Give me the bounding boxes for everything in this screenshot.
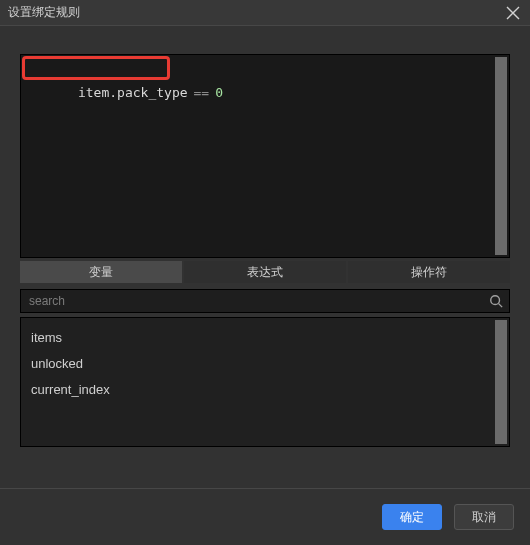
- expression-editor[interactable]: item.pack_type==0: [20, 54, 510, 258]
- svg-point-0: [491, 296, 500, 305]
- tab-expressions[interactable]: 表达式: [184, 261, 346, 283]
- dialog-footer: 确定 取消: [0, 488, 530, 545]
- ok-button[interactable]: 确定: [382, 504, 442, 530]
- tab-operators[interactable]: 操作符: [348, 261, 510, 283]
- close-button[interactable]: [504, 4, 522, 22]
- editor-scrollbar[interactable]: [495, 57, 507, 255]
- list-scrollbar[interactable]: [495, 320, 507, 444]
- expression-operator: ==: [194, 85, 210, 100]
- list-item[interactable]: unlocked: [31, 350, 499, 376]
- dialog-body: item.pack_type==0 变量 表达式 操作符 items unloc…: [0, 26, 530, 488]
- expression-value: 0: [215, 85, 223, 100]
- category-tabs: 变量 表达式 操作符: [20, 261, 510, 283]
- expression-property: item.pack_type: [78, 85, 188, 100]
- tab-variables[interactable]: 变量: [20, 261, 182, 283]
- variables-panel: items unlocked current_index: [20, 317, 510, 447]
- list-item[interactable]: items: [31, 324, 499, 350]
- search-row: [20, 289, 510, 313]
- list-item[interactable]: current_index: [31, 376, 499, 402]
- window-title: 设置绑定规则: [8, 4, 80, 21]
- variables-list: items unlocked current_index: [21, 318, 509, 446]
- cancel-button[interactable]: 取消: [454, 504, 514, 530]
- search-icon: [489, 294, 503, 308]
- list-scrollbar-thumb[interactable]: [495, 320, 507, 444]
- search-input[interactable]: [27, 290, 489, 312]
- titlebar: 设置绑定规则: [0, 0, 530, 26]
- editor-scrollbar-thumb[interactable]: [495, 57, 507, 255]
- close-icon: [506, 6, 520, 20]
- expression-text: item.pack_type==0: [21, 55, 509, 257]
